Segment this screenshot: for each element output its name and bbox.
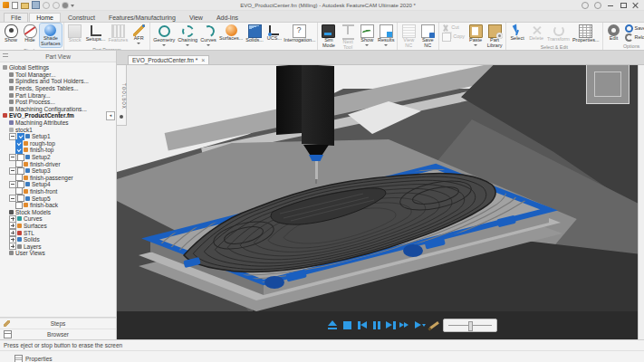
tree-item-surfaces[interactable]: Surfaces: [0, 223, 116, 230]
sync-icon[interactable]: [582, 2, 589, 9]
copy-button[interactable]: Copy: [441, 33, 466, 42]
view-nc-button[interactable]: View NC: [399, 24, 418, 49]
tree-item-spindles-and-tool-holders[interactable]: Spindles and Tool Holders...: [0, 78, 116, 85]
solids-button[interactable]: Solids...: [245, 24, 264, 43]
save-file-icon[interactable]: [32, 1, 40, 9]
geometry-button[interactable]: Geometry: [152, 24, 176, 48]
sim-mode-button[interactable]: Sim Mode: [320, 24, 338, 51]
document-tab[interactable]: EVO_ProductCenter.fm * ×: [128, 55, 209, 64]
features-button[interactable]: Features: [107, 24, 129, 43]
checkbox[interactable]: [15, 202, 23, 209]
toolbox-pin-icon[interactable]: [120, 115, 123, 119]
undo-icon[interactable]: [43, 2, 50, 9]
viewport-scrollbar[interactable]: [638, 65, 644, 339]
delete-button[interactable]: Delete: [527, 24, 545, 42]
simulation-speed-slider[interactable]: [443, 319, 497, 332]
tree-item-machining-configurations[interactable]: Machining Configurations...: [0, 106, 116, 113]
pause-button[interactable]: [370, 319, 382, 331]
redo-icon[interactable]: [53, 2, 60, 9]
tab-construct[interactable]: Construct: [62, 14, 101, 22]
next-tool-oper-button[interactable]: Next Tool Oper: [339, 24, 357, 51]
save-now-button[interactable]: Save Now: [624, 24, 644, 33]
button-label: Shade Surfaces: [41, 36, 61, 47]
part-view-panel: Part View Global SettingsTool Manager...…: [0, 51, 117, 339]
edit-toolpath-button[interactable]: [428, 319, 440, 331]
stock-button[interactable]: Stock: [66, 24, 84, 43]
button-label: Part Library: [486, 38, 503, 49]
properties-bar[interactable]: Properties: [0, 351, 644, 362]
steps-tab[interactable]: Steps: [0, 318, 116, 329]
3d-scene[interactable]: TOOLBOX: [117, 65, 644, 339]
button-label: Interrogation...: [284, 38, 315, 43]
ucs-button[interactable]: UCS...: [265, 24, 284, 42]
select-button[interactable]: Select: [508, 24, 526, 42]
ribbon-group-select-edit: SelectDeleteTransformProperties...Select…: [506, 23, 603, 50]
paste-button[interactable]: Paste: [466, 24, 485, 48]
tree-item-user-views[interactable]: User Views: [0, 250, 116, 257]
tree-item-solids[interactable]: Solids: [0, 236, 116, 243]
minimize-button[interactable]: [607, 2, 614, 9]
new-file-icon[interactable]: [12, 2, 18, 9]
part-library-button[interactable]: Part Library: [485, 24, 504, 49]
cut-button[interactable]: Cut: [441, 24, 466, 32]
button-label: Transform: [547, 37, 570, 43]
document-close-icon[interactable]: ×: [201, 57, 205, 63]
tab-add-ins[interactable]: Add-Ins: [210, 14, 245, 22]
maximize-button[interactable]: [620, 2, 627, 9]
properties-button[interactable]: Properties...: [572, 24, 601, 43]
steps-label: Steps: [51, 320, 66, 327]
tab-view[interactable]: View: [183, 14, 209, 22]
quick-options-gear-icon[interactable]: [62, 3, 68, 8]
hide-button[interactable]: Hide: [21, 24, 39, 43]
afr-button[interactable]: AFR: [130, 24, 148, 46]
skip-to-end-button[interactable]: [399, 319, 411, 331]
browser-tab[interactable]: Browser: [0, 329, 116, 339]
button-label: Reload: [635, 35, 644, 41]
eject-button[interactable]: [327, 319, 339, 331]
tab-features-manufacturing[interactable]: Features/Manufacturing: [102, 14, 182, 22]
setups-button[interactable]: Setups...: [85, 24, 107, 43]
tree-item-stl[interactable]: STL: [0, 229, 116, 236]
tree-item-feeds-speeds-tables[interactable]: Feeds, Speeds Tables...: [0, 85, 116, 92]
tree-item-layers[interactable]: Layers: [0, 243, 116, 250]
tree-item-global-settings[interactable]: Global Settings: [0, 64, 116, 71]
results-button[interactable]: Results: [377, 24, 395, 48]
show-button[interactable]: Show: [358, 24, 376, 48]
tree-item-icon: [25, 196, 30, 201]
tree-item-stock-models[interactable]: Stock Models: [0, 208, 116, 215]
close-button[interactable]: [632, 2, 639, 9]
help-icon[interactable]: [594, 2, 601, 9]
reload-button[interactable]: Reload: [624, 33, 644, 42]
tree-item-curves[interactable]: Curves: [0, 215, 116, 223]
tree-item-tool-manager[interactable]: Tool Manager...: [0, 71, 116, 79]
edit-button[interactable]: Edit: [605, 24, 623, 42]
skip-to-start-button[interactable]: [356, 319, 368, 331]
button-label: Select: [510, 36, 524, 42]
view-nc-icon: [402, 24, 416, 38]
step-forward-button[interactable]: [385, 319, 397, 331]
chaining-button[interactable]: Chaining: [177, 24, 198, 48]
save-nc-button[interactable]: Save NC: [418, 24, 437, 49]
open-file-icon[interactable]: [21, 3, 29, 9]
curves-button[interactable]: Curves: [199, 24, 217, 48]
panel-pin-button[interactable]: ◂: [106, 111, 115, 120]
tab-home[interactable]: Home: [29, 13, 61, 22]
surfaces-button[interactable]: Surfaces...: [218, 24, 244, 42]
tree-item-post-process[interactable]: Post Process...: [0, 99, 116, 106]
panel-menu-icon[interactable]: [3, 53, 8, 59]
tree-item-label: Part Library...: [15, 92, 51, 99]
tree-item-evo-productcenter-fm[interactable]: EVO_ProductCenter.fm◂: [0, 112, 116, 119]
play-options-button[interactable]: [414, 319, 426, 331]
tree-item-part-library[interactable]: Part Library...: [0, 91, 116, 99]
tree-item-machining-attributes[interactable]: Machining Attributes: [0, 119, 116, 127]
stop-button[interactable]: [341, 319, 353, 331]
interrogation-button[interactable]: Interrogation...: [284, 24, 315, 43]
tree-item-finish-back[interactable]: finish-back: [0, 202, 116, 209]
expand-icon[interactable]: [9, 243, 16, 250]
tab-file[interactable]: File: [4, 13, 28, 22]
shade-surfaces-button[interactable]: Shade Surfaces: [40, 24, 62, 47]
ribbon-group-create: GeometryChainingCurvesSurfaces...Solids.…: [150, 23, 318, 50]
transform-button[interactable]: Transform: [546, 24, 571, 43]
quick-access-toolbar: [3, 1, 74, 9]
show-button[interactable]: Show: [2, 24, 20, 43]
